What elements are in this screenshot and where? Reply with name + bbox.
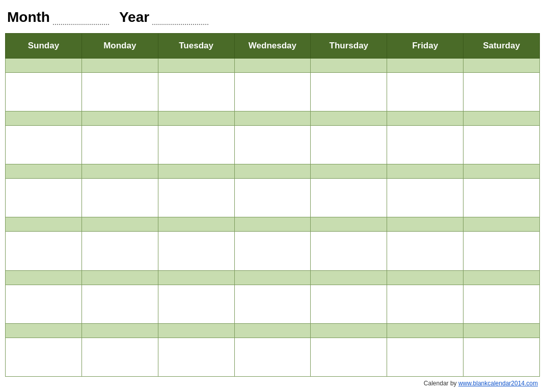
cell-r6-c3 [234, 217, 311, 232]
cell-r3-c3 [234, 126, 311, 164]
cell-r4-c4 [311, 164, 387, 179]
cell-r0-c0 [6, 59, 82, 73]
cell-r11-c2 [158, 338, 234, 376]
cell-r9-c3 [234, 285, 311, 323]
cell-r9-c4 [311, 285, 387, 323]
cell-r9-c2 [158, 285, 234, 323]
calendar-row-2 [6, 111, 540, 126]
cell-r1-c1 [81, 72, 158, 111]
cell-r5-c3 [234, 179, 311, 217]
cell-r11-c6 [464, 338, 540, 376]
cell-r8-c0 [6, 270, 82, 285]
cell-r1-c3 [234, 72, 311, 111]
cell-r6-c6 [464, 217, 540, 232]
cell-r5-c6 [464, 179, 540, 217]
calendar-row-9 [6, 285, 540, 323]
cell-r8-c5 [387, 270, 464, 285]
cell-r0-c1 [81, 59, 158, 73]
footer-text: Calendar by [424, 380, 458, 387]
cell-r7-c1 [81, 232, 158, 270]
cell-r3-c4 [311, 126, 387, 164]
cell-r0-c5 [387, 59, 464, 73]
cell-r9-c0 [6, 285, 82, 323]
cell-r6-c1 [81, 217, 158, 232]
footer: Calendar by www.blankcalendar2014.com [5, 377, 540, 387]
cell-r11-c1 [81, 338, 158, 376]
calendar-row-11 [6, 338, 540, 376]
cell-r11-c4 [311, 338, 387, 376]
header-thursday: Thursday [311, 34, 387, 59]
cell-r8-c4 [311, 270, 387, 285]
cell-r0-c3 [234, 59, 311, 73]
cell-r5-c4 [311, 179, 387, 217]
calendar-row-4 [6, 164, 540, 179]
day-header-row: Sunday Monday Tuesday Wednesday Thursday… [6, 34, 540, 59]
page: Month Year Sunday Monday Tuesday Wednesd… [0, 0, 545, 392]
cell-r10-c6 [464, 323, 540, 338]
cell-r4-c3 [234, 164, 311, 179]
header-sunday: Sunday [6, 34, 82, 59]
cell-r2-c6 [464, 111, 540, 126]
cell-r3-c0 [6, 126, 82, 164]
cell-r2-c5 [387, 111, 464, 126]
cell-r7-c6 [464, 232, 540, 270]
cell-r4-c0 [6, 164, 82, 179]
calendar-row-5 [6, 179, 540, 217]
cell-r9-c1 [81, 285, 158, 323]
cell-r7-c4 [311, 232, 387, 270]
calendar-table: Sunday Monday Tuesday Wednesday Thursday… [5, 33, 540, 377]
cell-r10-c2 [158, 323, 234, 338]
cell-r9-c5 [387, 285, 464, 323]
cell-r8-c3 [234, 270, 311, 285]
cell-r3-c5 [387, 126, 464, 164]
cell-r4-c5 [387, 164, 464, 179]
calendar-row-6 [6, 217, 540, 232]
calendar-row-8 [6, 270, 540, 285]
header-tuesday: Tuesday [158, 34, 234, 59]
cell-r0-c2 [158, 59, 234, 73]
cell-r2-c2 [158, 111, 234, 126]
cell-r7-c0 [6, 232, 82, 270]
cell-r10-c5 [387, 323, 464, 338]
cell-r5-c0 [6, 179, 82, 217]
calendar-row-0 [6, 59, 540, 73]
year-label: Year [119, 9, 149, 25]
cell-r2-c0 [6, 111, 82, 126]
cell-r10-c3 [234, 323, 311, 338]
cell-r6-c2 [158, 217, 234, 232]
cell-r5-c2 [158, 179, 234, 217]
cell-r11-c5 [387, 338, 464, 376]
cell-r5-c5 [387, 179, 464, 217]
cell-r8-c2 [158, 270, 234, 285]
cell-r4-c6 [464, 164, 540, 179]
cell-r4-c2 [158, 164, 234, 179]
cell-r4-c1 [81, 164, 158, 179]
year-dotted-line [152, 15, 208, 25]
cell-r7-c5 [387, 232, 464, 270]
cell-r3-c1 [81, 126, 158, 164]
cell-r9-c6 [464, 285, 540, 323]
month-label: Month [7, 9, 50, 25]
cell-r6-c4 [311, 217, 387, 232]
cell-r1-c4 [311, 72, 387, 111]
cell-r10-c1 [81, 323, 158, 338]
cell-r2-c1 [81, 111, 158, 126]
cell-r1-c2 [158, 72, 234, 111]
cell-r1-c5 [387, 72, 464, 111]
header-saturday: Saturday [464, 34, 540, 59]
cell-r8-c1 [81, 270, 158, 285]
cell-r7-c2 [158, 232, 234, 270]
cell-r0-c4 [311, 59, 387, 73]
month-dotted-line [53, 15, 109, 25]
cell-r10-c0 [6, 323, 82, 338]
calendar-row-1 [6, 72, 540, 111]
cell-r5-c1 [81, 179, 158, 217]
cell-r11-c0 [6, 338, 82, 376]
cell-r0-c6 [464, 59, 540, 73]
header-monday: Monday [81, 34, 158, 59]
cell-r11-c3 [234, 338, 311, 376]
cell-r10-c4 [311, 323, 387, 338]
footer-link[interactable]: www.blankcalendar2014.com [458, 380, 538, 387]
cell-r2-c3 [234, 111, 311, 126]
calendar-row-10 [6, 323, 540, 338]
